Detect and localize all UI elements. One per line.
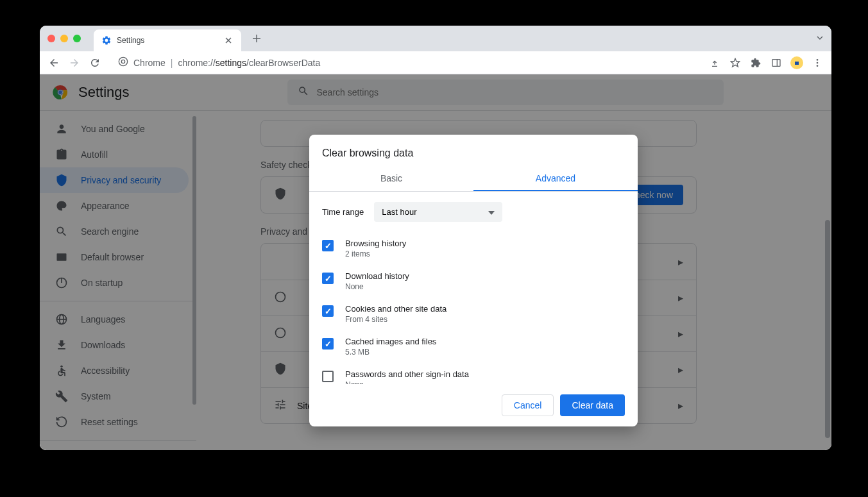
svg-rect-2	[772, 59, 780, 66]
option-row[interactable]: Browsing history2 items	[322, 232, 625, 265]
side-panel-button[interactable]	[767, 54, 785, 72]
browser-window: Settings Chrome | chrome://settings/clea…	[40, 26, 831, 450]
svg-point-6	[817, 62, 819, 63]
checkbox[interactable]	[322, 240, 334, 251]
option-title: Browsing history	[345, 239, 406, 248]
option-subtitle: 2 items	[345, 249, 406, 258]
svg-rect-4	[795, 62, 799, 65]
option-row[interactable]: Cached images and files5.3 MB	[322, 330, 625, 363]
tab-bar: Settings	[40, 26, 831, 51]
share-button[interactable]	[706, 54, 724, 72]
clear-browsing-data-dialog: Clear browsing data Basic Advanced Time …	[309, 135, 638, 426]
close-tab-button[interactable]	[223, 35, 234, 46]
new-tab-button[interactable]	[248, 29, 266, 47]
tab-title: Settings	[117, 36, 218, 45]
profile-button[interactable]	[788, 54, 806, 72]
cancel-button[interactable]: Cancel	[502, 394, 554, 416]
dialog-tabs: Basic Advanced	[309, 167, 638, 192]
url-input[interactable]: Chrome | chrome://settings/clearBrowserD…	[110, 54, 699, 72]
tab-basic[interactable]: Basic	[309, 167, 473, 191]
svg-point-5	[817, 59, 819, 61]
option-row[interactable]: Download historyNone	[322, 265, 625, 298]
dialog-body: Time range Last hour Browsing history2 i…	[309, 192, 638, 384]
extensions-button[interactable]	[747, 54, 765, 72]
option-title: Cached images and files	[345, 337, 436, 346]
option-row[interactable]: Cookies and other site dataFrom 4 sites	[322, 298, 625, 330]
time-range-value: Last hour	[382, 207, 416, 217]
tab-advanced[interactable]: Advanced	[473, 167, 638, 191]
checkbox[interactable]	[322, 338, 334, 350]
forward-button[interactable]	[65, 54, 83, 72]
option-title: Cookies and other site data	[345, 304, 447, 314]
option-subtitle: From 4 sites	[345, 315, 447, 324]
option-row[interactable]: Passwords and other sign-in dataNone	[322, 363, 625, 384]
reload-button[interactable]	[86, 54, 104, 72]
time-range-label: Time range	[322, 207, 364, 217]
clear-data-button[interactable]: Clear data	[560, 394, 625, 416]
svg-point-1	[121, 60, 124, 63]
settings-gear-icon	[101, 35, 112, 46]
address-bar: Chrome | chrome://settings/clearBrowserD…	[40, 51, 831, 74]
window-controls	[47, 35, 81, 42]
chrome-page-icon	[118, 56, 128, 69]
option-subtitle: None	[345, 282, 409, 291]
menu-button[interactable]	[808, 54, 826, 72]
option-title: Download history	[345, 271, 409, 281]
back-button[interactable]	[45, 54, 63, 72]
checkbox[interactable]	[322, 305, 334, 317]
tab-list-button[interactable]	[816, 33, 824, 44]
option-subtitle: 5.3 MB	[345, 348, 436, 357]
maximize-window-button[interactable]	[73, 35, 81, 42]
browser-tab[interactable]: Settings	[94, 29, 241, 51]
dropdown-icon	[488, 207, 495, 217]
close-window-button[interactable]	[47, 35, 55, 42]
option-title: Passwords and other sign-in data	[345, 369, 469, 379]
svg-point-7	[817, 65, 819, 67]
svg-point-0	[119, 57, 127, 65]
url-chrome-label: Chrome	[133, 58, 166, 68]
minimize-window-button[interactable]	[60, 35, 68, 42]
bookmark-button[interactable]	[726, 54, 744, 72]
checkbox[interactable]	[322, 273, 334, 284]
dialog-title: Clear browsing data	[309, 135, 638, 167]
time-range-select[interactable]: Last hour	[374, 202, 502, 222]
checkbox[interactable]	[322, 371, 334, 382]
